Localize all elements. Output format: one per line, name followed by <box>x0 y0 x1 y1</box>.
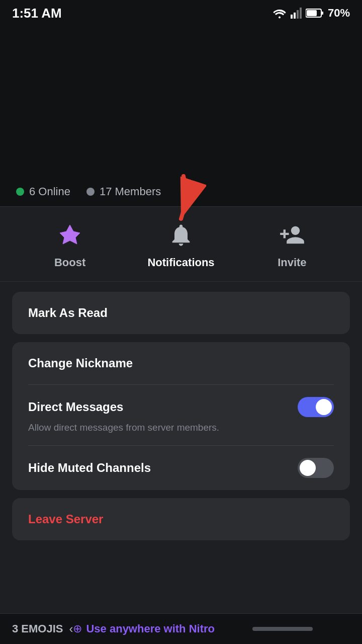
mark-as-read-card: Mark As Read <box>12 292 350 334</box>
direct-messages-title: Direct Messages <box>28 400 123 414</box>
direct-messages-row: Direct Messages <box>28 397 334 417</box>
online-stat: 6 Online <box>16 185 70 198</box>
notifications-action[interactable]: Notifications <box>147 219 214 269</box>
toggle-thumb-dm <box>316 399 332 415</box>
nitro-promo[interactable]: ⊕ Use anywhere with Nitro <box>73 622 215 635</box>
red-arrow-icon <box>156 171 206 226</box>
chevron-left-icon[interactable]: ‹ <box>69 622 73 636</box>
menu-container: Mark As Read Change Nickname Direct Mess… <box>0 282 362 550</box>
nitro-promo-text[interactable]: Use anywhere with Nitro <box>86 622 215 635</box>
toggle-thumb-hmc <box>300 460 316 476</box>
hide-muted-channels-setting: Hide Muted Channels <box>12 446 350 490</box>
status-time: 1:51 AM <box>12 6 62 21</box>
hide-muted-title: Hide Muted Channels <box>28 461 151 475</box>
boost-icon <box>58 223 82 247</box>
home-indicator <box>252 627 313 631</box>
settings-card: Change Nickname Direct Messages Allow di… <box>12 342 350 490</box>
members-stat: 17 Members <box>86 185 161 198</box>
leave-server-button[interactable]: Leave Server <box>12 498 350 540</box>
boost-action[interactable]: Boost <box>40 219 100 269</box>
hide-muted-toggle[interactable] <box>298 458 334 478</box>
direct-messages-subtitle: Allow direct messages from server member… <box>28 422 334 433</box>
emoji-count: 3 EMOJIS <box>12 622 63 635</box>
svg-rect-2 <box>297 10 299 19</box>
bottom-bar: 3 EMOJIS ‹ ⊕ Use anywhere with Nitro <box>0 613 362 644</box>
invite-icon <box>279 222 305 248</box>
online-dot <box>16 188 24 196</box>
battery-percentage: 70% <box>328 7 350 20</box>
boost-icon-container <box>54 219 86 251</box>
direct-messages-setting: Direct Messages Allow direct messages fr… <box>12 385 350 445</box>
notifications-label: Notifications <box>147 256 214 269</box>
svg-rect-1 <box>294 13 296 19</box>
status-bar: 1:51 AM 70% <box>0 0 362 26</box>
battery-icon <box>306 8 324 18</box>
nitro-icon: ⊕ <box>73 622 82 635</box>
online-count: 6 Online <box>29 185 70 198</box>
boost-label: Boost <box>54 256 85 269</box>
signal-icon <box>291 8 302 19</box>
invite-icon-container <box>276 219 308 251</box>
invite-action[interactable]: Invite <box>262 219 322 269</box>
wifi-icon <box>273 8 287 19</box>
svg-rect-6 <box>307 10 317 16</box>
members-dot <box>86 188 95 196</box>
status-icons: 70% <box>273 7 350 20</box>
hide-muted-row: Hide Muted Channels <box>28 458 334 478</box>
server-header-area <box>0 26 362 177</box>
members-count: 17 Members <box>100 185 161 198</box>
direct-messages-toggle[interactable] <box>298 397 334 417</box>
mark-as-read-button[interactable]: Mark As Read <box>12 292 350 334</box>
leave-server-card: Leave Server <box>12 498 350 540</box>
change-nickname-button[interactable]: Change Nickname <box>12 342 350 384</box>
svg-rect-0 <box>291 15 293 19</box>
invite-label: Invite <box>278 256 306 269</box>
bottom-left: 3 EMOJIS ‹ <box>12 622 73 636</box>
svg-rect-3 <box>300 8 302 19</box>
action-row: Boost Notifications Invite <box>0 207 362 282</box>
svg-rect-5 <box>321 12 323 15</box>
